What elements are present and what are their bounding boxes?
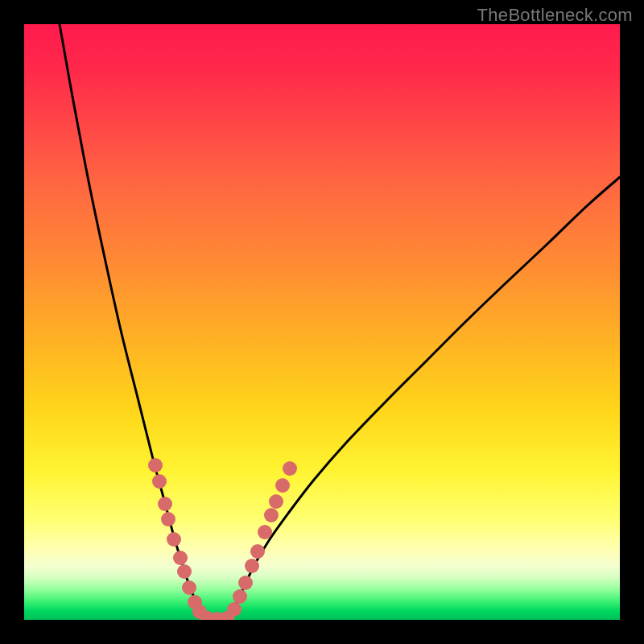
curve-layer (24, 24, 620, 620)
left-branch-path (60, 24, 204, 617)
highlight-dot (275, 478, 290, 493)
highlight-dot (167, 532, 181, 547)
highlight-dot (238, 576, 253, 590)
highlight-dot (227, 602, 242, 617)
highlight-dot (161, 512, 175, 526)
highlight-dot (173, 551, 188, 565)
highlight-dot (258, 525, 272, 539)
highlight-dot (250, 544, 265, 559)
plot-area (24, 24, 620, 620)
highlight-dot (152, 474, 167, 489)
chart-frame: TheBottleneck.com (0, 0, 644, 644)
highlight-dot (269, 494, 283, 509)
highlight-dot (283, 461, 297, 476)
highlight-dot (158, 497, 172, 511)
highlight-dot (245, 559, 259, 573)
watermark-text: TheBottleneck.com (477, 5, 633, 26)
highlight-dot (148, 458, 163, 473)
highlight-dots-group (148, 458, 297, 620)
v-curve (60, 24, 620, 619)
highlight-dot (233, 589, 247, 604)
highlight-dot (177, 564, 192, 579)
right-branch-path (230, 177, 620, 617)
highlight-dot (182, 580, 196, 595)
highlight-dot (264, 508, 279, 522)
